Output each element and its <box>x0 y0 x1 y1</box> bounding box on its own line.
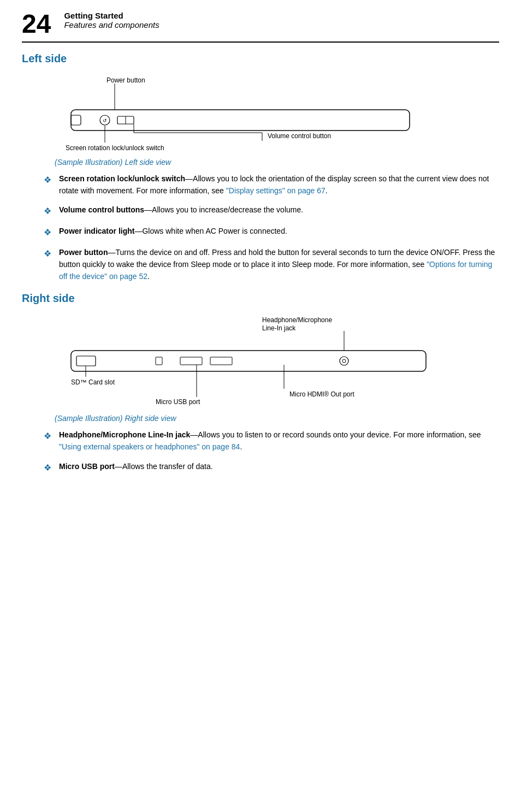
svg-rect-17 <box>71 351 426 371</box>
options-link[interactable]: "Options for turning off the device" on … <box>59 260 492 281</box>
right-diagram-area: Headphone/Microphone Line-In jack SD™ C <box>55 312 437 411</box>
feature-name: Volume control buttons <box>59 205 144 214</box>
feature-name: Micro USB port <box>59 462 115 471</box>
svg-text:Micro HDMI® Out port: Micro HDMI® Out port <box>289 390 355 398</box>
bullet-diamond: ❖ <box>44 226 51 239</box>
page-number: 24 <box>22 11 51 37</box>
svg-text:Volume control button: Volume control button <box>268 132 331 140</box>
feature-text: Micro USB port—Allows the transfer of da… <box>59 461 499 473</box>
header-text: Getting Started Features and components <box>64 11 159 29</box>
svg-rect-18 <box>76 356 96 366</box>
feature-text: Headphone/Microphone Line-In jack—Allows… <box>59 429 499 453</box>
svg-rect-21 <box>210 357 232 365</box>
list-item: ❖ Headphone/Microphone Line-In jack—Allo… <box>44 429 499 453</box>
feature-text: Screen rotation lock/unlock switch—Allow… <box>59 173 499 197</box>
svg-text:↺: ↺ <box>103 118 107 123</box>
svg-text:Micro USB port: Micro USB port <box>156 398 200 406</box>
feature-text: Power button—Turns the device on and off… <box>59 247 499 282</box>
bullet-diamond: ❖ <box>44 247 51 260</box>
bullet-diamond: ❖ <box>44 430 51 443</box>
feature-text: Volume control buttons—Allows you to inc… <box>59 204 499 216</box>
left-sample-illustration: (Sample Illustration) Left side view <box>55 158 499 167</box>
bullet-diamond: ❖ <box>44 205 51 218</box>
list-item: ❖ Power button—Turns the device on and o… <box>44 247 499 282</box>
bullet-diamond: ❖ <box>44 174 51 187</box>
left-feature-list: ❖ Screen rotation lock/unlock switch—All… <box>44 173 499 282</box>
right-side-diagram: Headphone/Microphone Line-In jack SD™ C <box>55 312 499 411</box>
left-diagram-svg: Power button ↺ Screen rotation lock/unlo… <box>55 73 426 155</box>
svg-rect-19 <box>156 357 162 365</box>
list-item: ❖ Screen rotation lock/unlock switch—All… <box>44 173 499 197</box>
svg-text:Power button: Power button <box>106 76 145 84</box>
svg-rect-20 <box>180 357 202 365</box>
feature-text: Power indicator light—Glows white when A… <box>59 226 499 238</box>
left-side-diagram: Power button ↺ Screen rotation lock/unlo… <box>55 73 499 155</box>
page-header: 24 Getting Started Features and componen… <box>22 11 499 43</box>
right-diagram-svg: Headphone/Microphone Line-In jack SD™ C <box>55 312 448 416</box>
list-item: ❖ Volume control buttons—Allows you to i… <box>44 204 499 218</box>
header-subtitle: Features and components <box>64 20 159 29</box>
svg-point-23 <box>342 359 346 363</box>
list-item: ❖ Power indicator light—Glows white when… <box>44 226 499 239</box>
svg-text:SD™ Card slot: SD™ Card slot <box>71 378 115 386</box>
svg-text:Screen rotation lock/unlock sw: Screen rotation lock/unlock switch <box>66 144 164 152</box>
feature-name: Screen rotation lock/unlock switch <box>59 174 185 183</box>
display-settings-link[interactable]: "Display settings" on page 67 <box>226 186 325 195</box>
header-title: Getting Started <box>64 11 159 20</box>
svg-text:Headphone/Microphone: Headphone/Microphone <box>262 316 332 324</box>
headphone-link[interactable]: "Using external speakers or headphones" … <box>59 442 240 451</box>
list-item: ❖ Micro USB port—Allows the transfer of … <box>44 461 499 475</box>
left-diagram-area: Power button ↺ Screen rotation lock/unlo… <box>55 73 426 155</box>
right-side-heading: Right side <box>22 292 499 305</box>
svg-rect-3 <box>71 115 81 125</box>
feature-name: Headphone/Microphone Line-In jack <box>59 430 190 439</box>
svg-text:Line-In jack: Line-In jack <box>262 324 296 332</box>
svg-rect-2 <box>71 110 410 131</box>
feature-name: Power indicator light <box>59 227 134 235</box>
bullet-diamond: ❖ <box>44 461 51 475</box>
left-side-heading: Left side <box>22 52 499 65</box>
feature-name: Power button <box>59 248 108 257</box>
svg-point-22 <box>340 357 348 365</box>
right-feature-list: ❖ Headphone/Microphone Line-In jack—Allo… <box>44 429 499 474</box>
